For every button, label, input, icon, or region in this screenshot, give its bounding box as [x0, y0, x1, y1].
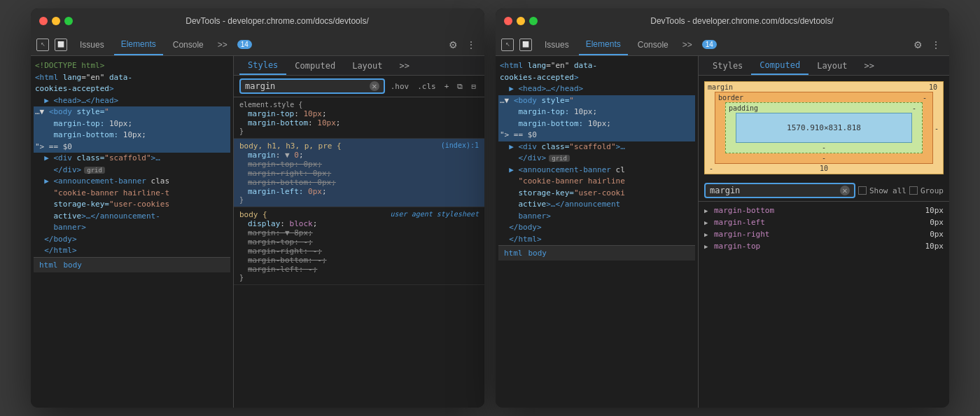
bm-padding-label: padding: [729, 104, 758, 112]
left-ua-margin-top[interactable]: margin-top: -;: [248, 237, 479, 247]
left-toggle-filter[interactable]: ⊟: [468, 81, 479, 92]
dom-body-end: </body>: [34, 234, 230, 246]
left-subtab-computed[interactable]: Computed: [286, 56, 344, 75]
dom-div-close: </div>grid: [34, 165, 230, 176]
dom-active: active>…</announcement-: [34, 211, 230, 223]
right-computed-search: ✕ Show all Group: [699, 180, 949, 202]
maximize-button[interactable]: [64, 17, 73, 25]
left-hov-filter[interactable]: .hov: [388, 81, 412, 92]
left-body-rule-2: body { user agent stylesheet display: bl…: [234, 207, 484, 285]
right-close-button[interactable]: [504, 17, 512, 25]
left-more-icon[interactable]: ⋮: [463, 38, 479, 52]
box-model-diagram: margin 10 10 border - padding - 1570.910…: [704, 81, 944, 174]
computed-val-0: 10px: [925, 206, 944, 215]
left-tab-elements[interactable]: Elements: [114, 34, 163, 55]
left-tab-more[interactable]: >>: [214, 37, 232, 53]
right-dom-html[interactable]: <html lang="en" data-: [498, 60, 695, 72]
left-rule-margin-right-2[interactable]: margin-right: 0px;: [248, 169, 479, 178]
left-clear-button[interactable]: ✕: [370, 81, 379, 91]
right-dom-head[interactable]: ▶ <head>…</head>: [498, 83, 695, 95]
left-rule-margin-bottom[interactable]: margin-bottom: 10px;: [248, 118, 479, 127]
right-minimize-button[interactable]: [517, 17, 525, 25]
inspect-icon[interactable]: ⬜: [55, 39, 67, 51]
dom-html-open[interactable]: <html lang="en" data-: [34, 72, 230, 84]
right-subtab-computed[interactable]: Computed: [751, 56, 808, 75]
computed-row-margin-right[interactable]: ▶ margin-right 0px: [699, 228, 949, 240]
right-maximize-button[interactable]: [529, 17, 538, 25]
right-dom-body-open[interactable]: …▼ <body style=": [498, 95, 695, 107]
right-breadcrumb-html[interactable]: html: [504, 249, 523, 258]
breadcrumb-html[interactable]: html: [39, 261, 58, 270]
left-rule-margin-shorthand[interactable]: margin: ▼ 0;: [248, 151, 479, 160]
left-element-style-selector: element.style {: [239, 100, 479, 109]
left-filter-buttons: .hov .cls + ⧉ ⊟: [388, 81, 479, 92]
left-rule-margin-left-2[interactable]: margin-left: 0px;: [248, 187, 479, 196]
cursor-icon[interactable]: ↖: [36, 39, 49, 51]
right-dom-announcement[interactable]: ▶ <announcement-banner cl: [498, 165, 695, 176]
left-copy-filter[interactable]: ⧉: [454, 81, 465, 92]
show-all-checkbox[interactable]: [858, 186, 867, 195]
dom-body-open[interactable]: …▼ <body style=": [34, 106, 230, 118]
right-subtab-more[interactable]: >>: [856, 56, 883, 75]
right-search-wrapper[interactable]: ✕: [704, 183, 855, 198]
left-subtab-styles[interactable]: Styles: [239, 56, 286, 75]
right-dom-panel: <html lang="en" data- cookies-accepted> …: [496, 56, 699, 408]
right-subtab-layout[interactable]: Layout: [808, 56, 855, 75]
group-checkbox[interactable]: [909, 186, 918, 195]
right-dom-scaffold[interactable]: ▶ <div class="scaffold">…: [498, 141, 695, 153]
left-rule-margin-bottom-2[interactable]: margin-bottom: 0px;: [248, 178, 479, 187]
computed-row-margin-left[interactable]: ▶ margin-left 0px: [699, 216, 949, 228]
computed-row-margin-top[interactable]: ▶ margin-top 10px: [699, 240, 949, 252]
left-subtab-layout[interactable]: Layout: [344, 56, 391, 75]
left-tab-console[interactable]: Console: [166, 34, 211, 55]
bm-border-val: -: [923, 94, 927, 102]
left-rule-margin-top-2[interactable]: margin-top: 0px;: [248, 160, 479, 169]
bm-padding-val: -: [912, 104, 916, 112]
right-tab-more[interactable]: >>: [678, 37, 696, 53]
left-plus-filter[interactable]: +: [442, 81, 452, 92]
right-traffic-lights: [504, 17, 538, 25]
minimize-button[interactable]: [52, 17, 60, 25]
left-ua-margin-right[interactable]: margin-right: -;: [248, 247, 479, 256]
breadcrumb-body[interactable]: body: [64, 261, 83, 270]
left-ua-margin[interactable]: margin: ▼ 8px;: [248, 228, 479, 237]
left-search-wrapper[interactable]: ✕: [239, 78, 385, 94]
dom-html-end: </html>: [34, 245, 230, 257]
right-window-title: DevTools - developer.chrome.com/docs/dev…: [543, 16, 941, 26]
left-tab-issues[interactable]: Issues: [73, 34, 111, 55]
right-clear-button[interactable]: ✕: [840, 186, 850, 195]
right-more-icon[interactable]: ⋮: [928, 38, 944, 52]
dom-doctype: <!DOCTYPE html>: [34, 60, 230, 72]
right-tab-issues[interactable]: Issues: [538, 34, 576, 55]
left-rule-margin-top[interactable]: margin-top: 10px;: [248, 109, 479, 118]
right-dom-storage: storage-key="user-cooki: [498, 188, 695, 200]
right-computed-panel: Styles Computed Layout >> margin 10 10 b…: [699, 56, 949, 408]
left-subtab-more[interactable]: >>: [391, 56, 418, 75]
left-body-selector-2: body { user agent stylesheet: [239, 210, 479, 219]
left-ua-margin-bottom[interactable]: margin-bottom: -;: [248, 256, 479, 265]
close-button[interactable]: [39, 17, 48, 25]
left-ua-margin-left[interactable]: margin-left: -;: [248, 265, 479, 274]
right-tab-elements[interactable]: Elements: [579, 34, 628, 55]
right-search-input[interactable]: [710, 186, 837, 195]
right-inspect-icon[interactable]: ⬜: [519, 39, 532, 51]
bm-padding-box: padding - 1570.910×831.818 -: [725, 102, 923, 153]
right-settings-icon[interactable]: ⚙: [911, 38, 925, 52]
dom-announcement[interactable]: ▶ <announcement-banner clas: [34, 176, 230, 188]
computed-prop-3: margin-top: [714, 242, 923, 251]
left-ua-display[interactable]: display: block;: [248, 219, 479, 228]
left-sub-tabs: Styles Computed Layout >>: [234, 56, 484, 76]
left-breadcrumb: html body: [34, 257, 230, 272]
right-breadcrumb-body[interactable]: body: [528, 249, 547, 258]
expand-icon-3: ▶: [704, 243, 711, 250]
left-settings-icon[interactable]: ⚙: [446, 38, 461, 52]
dom-head[interactable]: ▶ <head>…</head>: [34, 95, 230, 107]
right-cursor-icon[interactable]: ↖: [501, 39, 514, 51]
computed-row-margin-bottom[interactable]: ▶ margin-bottom 10px: [699, 204, 949, 216]
left-search-input[interactable]: [245, 81, 367, 91]
dom-div-scaffold[interactable]: ▶ <div class="scaffold">…: [34, 153, 230, 165]
right-subtab-styles[interactable]: Styles: [704, 56, 751, 75]
right-tab-console[interactable]: Console: [631, 34, 676, 55]
left-cls-filter[interactable]: .cls: [414, 81, 439, 92]
bm-margin-top-val: 10: [929, 83, 937, 91]
